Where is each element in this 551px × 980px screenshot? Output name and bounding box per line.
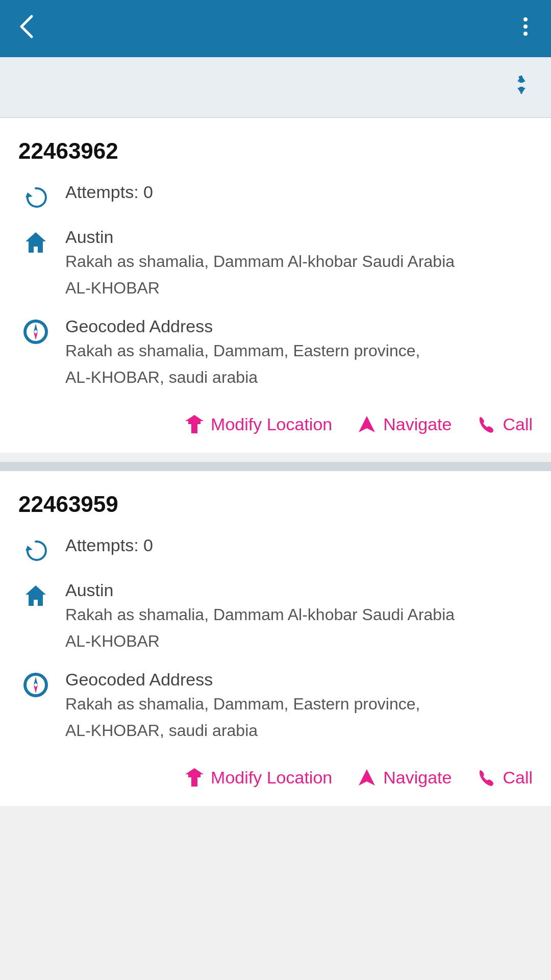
sort-button[interactable] bbox=[510, 74, 533, 101]
attempts-label: Attempts: 0 bbox=[65, 182, 153, 202]
navigate-button[interactable]: Navigate bbox=[357, 767, 452, 788]
action-row: Modify Location Navigate Call bbox=[18, 406, 533, 434]
attempts-row: Attempts: 0 bbox=[18, 535, 533, 564]
compass-icon bbox=[18, 672, 53, 698]
modify-location-label: Modify Location bbox=[211, 414, 332, 434]
attempts-row: Attempts: 0 bbox=[18, 182, 533, 211]
attempts-label: Attempts: 0 bbox=[65, 535, 153, 555]
home-icon bbox=[18, 582, 53, 609]
svg-marker-20 bbox=[359, 769, 375, 786]
svg-marker-14 bbox=[26, 546, 33, 551]
address-line2: AL-KHOBAR bbox=[65, 629, 533, 653]
svg-rect-12 bbox=[191, 428, 197, 433]
address-name: Austin bbox=[65, 580, 533, 600]
compass-icon bbox=[18, 318, 53, 345]
geocoded-line2: AL-KHOBAR, saudi arabia bbox=[65, 365, 533, 389]
svg-marker-13 bbox=[359, 416, 375, 432]
modify-location-button[interactable]: Modify Location bbox=[184, 414, 332, 434]
task-card: 22463962 Attempts: 0 Austin Rak bbox=[0, 118, 551, 453]
geocoded-line2: AL-KHOBAR, saudi arabia bbox=[65, 718, 533, 743]
overflow-menu-button[interactable] bbox=[514, 13, 537, 44]
address-name: Austin bbox=[65, 227, 533, 247]
svg-point-1 bbox=[523, 24, 528, 29]
address-line1: Rakah as shamalia, Dammam Al-khobar Saud… bbox=[65, 249, 533, 274]
navigate-label: Navigate bbox=[383, 768, 452, 788]
geocoded-row: Geocoded Address Rakah as shamalia, Damm… bbox=[18, 316, 533, 389]
geocoded-row: Geocoded Address Rakah as shamalia, Damm… bbox=[18, 670, 533, 743]
task-id: 22463959 bbox=[18, 492, 533, 517]
svg-rect-19 bbox=[191, 781, 197, 787]
modify-location-button[interactable]: Modify Location bbox=[184, 767, 332, 788]
address-line2: AL-KHOBAR bbox=[65, 276, 533, 300]
address-row: Austin Rakah as shamalia, Dammam Al-khob… bbox=[18, 227, 533, 300]
task-card: 22463959 Attempts: 0 Austin Rak bbox=[0, 471, 551, 806]
address-row: Austin Rakah as shamalia, Dammam Al-khob… bbox=[18, 580, 533, 653]
subheader bbox=[0, 57, 551, 118]
geocoded-line1: Rakah as shamalia, Dammam, Eastern provi… bbox=[65, 692, 533, 716]
task-list: 22463962 Attempts: 0 Austin Rak bbox=[0, 118, 551, 806]
action-row: Modify Location Navigate Call bbox=[18, 759, 533, 788]
svg-point-2 bbox=[523, 32, 528, 36]
svg-marker-7 bbox=[26, 192, 33, 198]
task-id: 22463962 bbox=[18, 138, 533, 164]
call-label: Call bbox=[503, 414, 533, 434]
geocoded-label: Geocoded Address bbox=[65, 670, 533, 690]
navigate-label: Navigate bbox=[383, 414, 452, 434]
call-button[interactable]: Call bbox=[476, 767, 533, 788]
geocoded-line1: Rakah as shamalia, Dammam, Eastern provi… bbox=[65, 338, 533, 363]
geocoded-label: Geocoded Address bbox=[65, 316, 533, 336]
address-line1: Rakah as shamalia, Dammam Al-khobar Saud… bbox=[65, 602, 533, 627]
back-button[interactable] bbox=[14, 13, 41, 44]
call-button[interactable]: Call bbox=[476, 414, 533, 434]
refresh-icon bbox=[18, 184, 53, 211]
card-divider bbox=[0, 462, 551, 471]
call-label: Call bbox=[503, 768, 533, 788]
app-header bbox=[0, 0, 551, 57]
navigate-button[interactable]: Navigate bbox=[357, 414, 452, 434]
svg-point-0 bbox=[523, 17, 528, 21]
modify-location-label: Modify Location bbox=[211, 768, 332, 788]
home-icon bbox=[18, 229, 53, 256]
refresh-icon bbox=[18, 537, 53, 564]
